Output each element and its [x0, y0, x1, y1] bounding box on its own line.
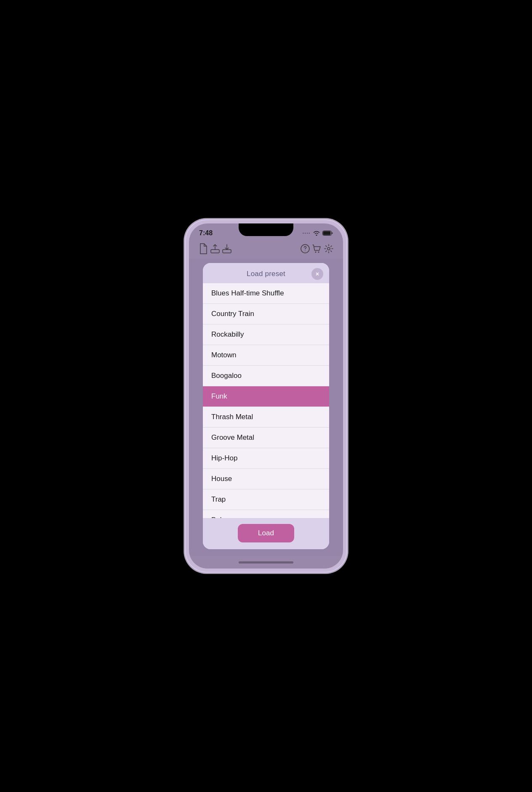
svg-point-8 — [327, 247, 330, 250]
file-icon[interactable] — [197, 243, 209, 255]
list-item[interactable]: Motown — [203, 345, 329, 366]
svg-rect-1 — [323, 231, 331, 235]
load-preset-modal: Load preset × Blues Half-time ShuffleCou… — [203, 263, 329, 549]
status-time: 7:48 — [199, 229, 213, 237]
list-item[interactable]: Bolero — [203, 510, 329, 518]
wifi-icon — [313, 230, 320, 237]
list-item[interactable]: Boogaloo — [203, 366, 329, 386]
list-item[interactable]: Hip-Hop — [203, 448, 329, 469]
list-item[interactable]: Rockabilly — [203, 324, 329, 345]
cart-icon[interactable] — [311, 243, 323, 255]
svg-rect-2 — [211, 250, 219, 253]
modal-overlay: Load preset × Blues Half-time ShuffleCou… — [189, 259, 343, 556]
svg-point-6 — [315, 252, 317, 253]
svg-rect-3 — [223, 250, 231, 253]
app-toolbar — [189, 239, 343, 259]
load-button[interactable]: Load — [238, 524, 294, 542]
close-button[interactable]: × — [311, 268, 323, 280]
notch — [239, 223, 293, 236]
preset-list[interactable]: Blues Half-time ShuffleCountry TrainRock… — [203, 283, 329, 518]
modal-footer: Load — [203, 518, 329, 549]
modal-title: Load preset — [247, 270, 285, 278]
download-icon[interactable] — [221, 243, 233, 255]
dots-icon: ···· — [303, 231, 311, 236]
modal-header: Load preset × — [203, 263, 329, 283]
list-item[interactable]: Blues Half-time Shuffle — [203, 283, 329, 304]
settings-icon[interactable] — [323, 243, 335, 255]
list-item[interactable]: Thrash Metal — [203, 407, 329, 428]
list-item[interactable]: Groove Metal — [203, 428, 329, 448]
battery-icon — [322, 230, 333, 237]
home-indicator — [189, 556, 343, 569]
screen: 7:48 ···· — [189, 223, 343, 569]
status-icons: ···· — [303, 230, 333, 237]
list-item[interactable]: Funk — [203, 386, 329, 407]
app-content: Load preset × Blues Half-time ShuffleCou… — [189, 259, 343, 556]
list-item[interactable]: Country Train — [203, 304, 329, 324]
help-icon[interactable] — [299, 243, 311, 255]
list-item[interactable]: Trap — [203, 489, 329, 510]
list-item[interactable]: House — [203, 469, 329, 489]
phone-frame: 7:48 ···· — [184, 218, 348, 574]
svg-point-7 — [318, 252, 319, 253]
upload-icon[interactable] — [209, 243, 221, 255]
home-bar — [239, 561, 293, 563]
svg-point-5 — [305, 250, 306, 251]
